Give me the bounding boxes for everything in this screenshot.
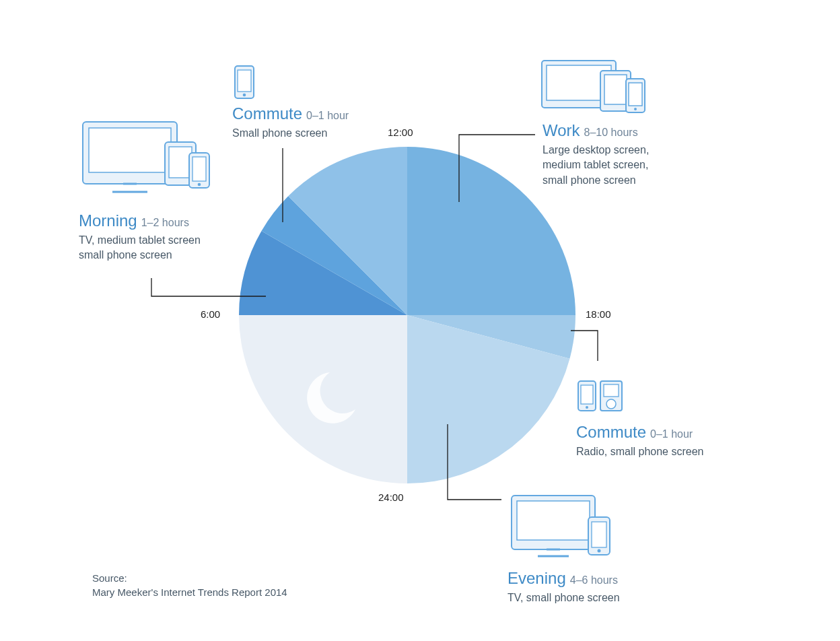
evening-desc: TV, small phone screen	[508, 591, 709, 605]
label-commute-pm: Commute0–1 hour Radio, small phone scree…	[576, 423, 778, 459]
svg-rect-3	[604, 75, 627, 104]
svg-rect-30	[238, 70, 251, 92]
svg-rect-27	[193, 157, 206, 181]
svg-point-9	[586, 406, 588, 409]
svg-rect-21	[89, 128, 171, 172]
svg-rect-8	[581, 385, 593, 404]
label-work: Work8–10 hours Large desktop screen, med…	[542, 121, 744, 188]
label-evening: Evening4–6 hours TV, small phone screen	[508, 569, 709, 605]
morning-sub: 1–2 hours	[141, 217, 189, 228]
svg-rect-5	[629, 83, 642, 106]
morning-title: Morning	[79, 211, 137, 230]
morning-desc: TV, medium tablet screen small phone scr…	[79, 233, 254, 263]
svg-point-31	[243, 94, 246, 97]
leader-lines	[0, 0, 840, 641]
svg-rect-11	[604, 384, 619, 397]
source-text: Mary Meeker's Internet Trends Report 201…	[92, 585, 287, 599]
evening-sub: 4–6 hours	[570, 574, 618, 586]
label-morning: Morning1–2 hours TV, medium tablet scree…	[79, 211, 254, 263]
label-commute-am: Commute0–1 hour Small phone screen	[232, 104, 407, 141]
phone-radio-icon	[576, 377, 630, 414]
svg-rect-25	[169, 147, 192, 178]
commute-pm-title: Commute	[576, 423, 646, 441]
work-desc: Large desktop screen, medium tablet scre…	[542, 143, 744, 188]
commute-am-title: Commute	[232, 104, 302, 123]
phone-icon	[232, 64, 259, 101]
work-sub: 8–10 hours	[584, 127, 638, 138]
commute-pm-sub: 0–1 hour	[650, 428, 693, 440]
svg-point-12	[606, 399, 616, 409]
svg-point-28	[198, 183, 201, 187]
svg-point-19	[598, 549, 601, 553]
svg-point-6	[634, 108, 637, 110]
commute-pm-desc: Radio, small phone screen	[576, 444, 778, 459]
source-label: Source:	[92, 571, 287, 585]
tv-tablet-phone-icon	[79, 118, 217, 202]
svg-rect-18	[592, 522, 606, 547]
commute-am-desc: Small phone screen	[232, 126, 407, 141]
svg-rect-14	[517, 501, 590, 540]
source-block: Source: Mary Meeker's Internet Trends Re…	[92, 571, 287, 599]
evening-title: Evening	[508, 569, 566, 587]
work-title: Work	[542, 121, 580, 139]
desktop-tablet-phone-icon	[538, 57, 653, 118]
tv-phone-icon	[508, 492, 619, 562]
commute-am-sub: 0–1 hour	[306, 110, 349, 121]
